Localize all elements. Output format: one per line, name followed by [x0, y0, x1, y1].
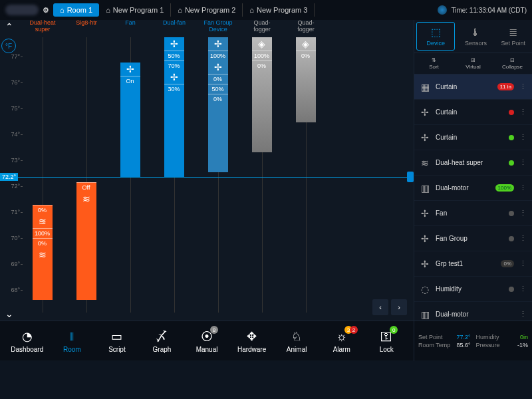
sort-icon: ⇅ — [432, 57, 436, 63]
logo — [5, 5, 39, 15]
nav-script[interactable]: ▭Script — [95, 329, 139, 353]
kebab-icon[interactable]: ⋮ — [518, 209, 528, 217]
device-badge — [509, 211, 514, 216]
kebab-icon[interactable]: ⋮ — [518, 82, 528, 91]
nav-manual[interactable]: ⦿8Manual — [185, 329, 229, 353]
tool-collapse[interactable]: ⊟Collapse — [493, 53, 532, 74]
manual-icon: ⦿8 — [201, 329, 213, 344]
heat-icon: ≋ — [33, 248, 53, 261]
bar-label: Sig8-htr — [76, 20, 97, 37]
fan-icon: ✢ — [418, 207, 432, 220]
device-name: Curtain — [436, 83, 493, 90]
device-row[interactable]: ✢Fan Group⋮ — [414, 226, 532, 251]
device-bar[interactable]: Dual-heat super0%≋100%0%≋ — [27, 20, 59, 313]
tool-virtual[interactable]: ⊞Virtual — [454, 53, 493, 74]
fan-icon: ✢ — [418, 131, 432, 144]
device-row[interactable]: ✢Curtain⋮ — [414, 100, 532, 125]
nav-animal[interactable]: ♘Animal — [275, 329, 319, 353]
humidity-icon: ◌ — [418, 283, 432, 296]
device-row[interactable]: ▦Curtain11 in⋮ — [414, 74, 532, 100]
status-label: Pressure — [476, 342, 500, 348]
settings-icon[interactable]: ⚙ — [43, 6, 49, 15]
setpoint-handle[interactable] — [407, 172, 414, 182]
nav-label: Script — [108, 346, 126, 353]
globe-icon[interactable] — [438, 5, 447, 15]
device-name: Humidity — [436, 285, 505, 293]
nav-room[interactable]: ⦀Room — [51, 329, 94, 353]
kebab-icon[interactable]: ⋮ — [518, 310, 528, 319]
set point-icon: ≣ — [509, 26, 517, 39]
device-row[interactable]: ✢Curtain⋮ — [414, 125, 532, 150]
fan-icon: ✢ — [208, 61, 228, 74]
y-tick: 68° — [11, 287, 20, 293]
room-tab[interactable]: ⌂ Room 1 — [53, 3, 99, 17]
kebab-icon[interactable]: ⋮ — [518, 259, 528, 268]
nav-dashboard[interactable]: ◔Dashboard — [5, 329, 49, 353]
nav-hardware[interactable]: ✥Hardware — [230, 329, 274, 353]
scroll-up-icon[interactable]: ⌃ — [5, 21, 13, 32]
fan-icon: ✢ — [418, 106, 432, 119]
setpoint-line[interactable]: 72.2° — [0, 177, 414, 178]
device-row[interactable]: ✢Grp test10%⋮ — [414, 251, 532, 277]
room-tab[interactable]: ⌂ New Program 1 — [99, 3, 171, 17]
nav-label: Room — [63, 346, 81, 353]
device-bar[interactable]: Dual-fan✢50%70%✢30% — [158, 20, 190, 313]
device-badge — [509, 135, 514, 140]
bar-segment: 100% — [252, 51, 272, 61]
pager: ‹ › — [372, 299, 407, 315]
kebab-icon[interactable]: ⋮ — [518, 133, 528, 142]
device-row[interactable]: ≋Dual-heat super⋮ — [414, 150, 532, 176]
heat-icon: ≋ — [33, 215, 53, 228]
sidebar-tab-sensors[interactable]: 🌡Sensors — [457, 20, 494, 53]
device-name: Curtain — [436, 134, 505, 141]
sensors-icon: 🌡 — [470, 27, 481, 39]
room-tab[interactable]: ⌂ New Program 2 — [171, 3, 243, 17]
kebab-icon[interactable]: ⋮ — [518, 184, 528, 192]
y-tick: 73° — [11, 157, 20, 164]
device-bar[interactable]: Fan✢On — [114, 20, 146, 313]
bar-segment: 100% — [208, 51, 228, 61]
fan-icon: ✢ — [164, 37, 184, 51]
page-prev-button[interactable]: ‹ — [372, 299, 388, 315]
curtain-icon: ▦ — [418, 80, 432, 94]
unit-badge[interactable]: °F — [1, 39, 16, 53]
kebab-icon[interactable]: ⋮ — [518, 108, 528, 116]
status-label: Room Temp — [418, 342, 450, 348]
sidebar-tab-device[interactable]: ⬚Device — [416, 22, 455, 51]
heat-icon: ≋ — [76, 192, 96, 205]
kebab-icon[interactable]: ⋮ — [518, 285, 528, 293]
virtual-icon: ⊞ — [471, 57, 475, 63]
device-row[interactable]: ✢Fan⋮ — [414, 201, 532, 226]
kebab-icon[interactable]: ⋮ — [518, 158, 528, 167]
y-tick: 70° — [11, 235, 20, 241]
nav-graph[interactable]: 〆Graph — [140, 329, 184, 353]
sidebar-tab-set-point[interactable]: ≣Set Point — [495, 20, 532, 53]
device-row[interactable]: ▥Dual-motor100%⋮ — [414, 176, 532, 201]
sidebar: ⬚Device🌡Sensors≣Set Point ⇅Sort⊞Virtual⊟… — [414, 20, 532, 321]
tool-sort[interactable]: ⇅Sort — [414, 53, 454, 74]
device-badge — [509, 236, 514, 241]
device-bar[interactable]: Sig8-htrOff≋ — [70, 20, 102, 313]
kebab-icon[interactable]: ⋮ — [518, 234, 528, 243]
nav-label: Animal — [287, 346, 307, 353]
bar-segment: 0% — [208, 74, 228, 84]
script-icon: ▭ — [111, 329, 122, 344]
bar-segment: 100% — [33, 228, 53, 238]
device-row[interactable]: ▥Dual-motor⋮ — [414, 302, 532, 321]
device-row[interactable]: ◌Humidity⋮ — [414, 277, 532, 302]
nav-badge: 8 — [210, 326, 218, 334]
bar-segment: 70% — [164, 61, 184, 70]
device-name: Curtain — [436, 108, 505, 116]
nav-alarm[interactable]: ☼32Alarm — [320, 329, 364, 353]
nav-lock[interactable]: ⚿0Lock — [365, 329, 409, 353]
room-tab[interactable]: ⌂ New Program 3 — [243, 3, 315, 17]
y-tick: 69° — [11, 261, 20, 267]
home-icon: ⌂ — [249, 6, 254, 14]
bar-segment: On — [120, 76, 140, 86]
device-bar[interactable]: Quad-fogger◈0% — [290, 20, 322, 313]
bar-segment: 30% — [164, 84, 184, 94]
device-bar[interactable]: Fan Group Device✢100%✢0%50%0% — [202, 20, 234, 313]
device-bar[interactable]: Quad-fogger◈100%0% — [246, 20, 278, 313]
page-next-button[interactable]: › — [391, 299, 407, 315]
scroll-down-icon[interactable]: ⌄ — [5, 309, 13, 319]
